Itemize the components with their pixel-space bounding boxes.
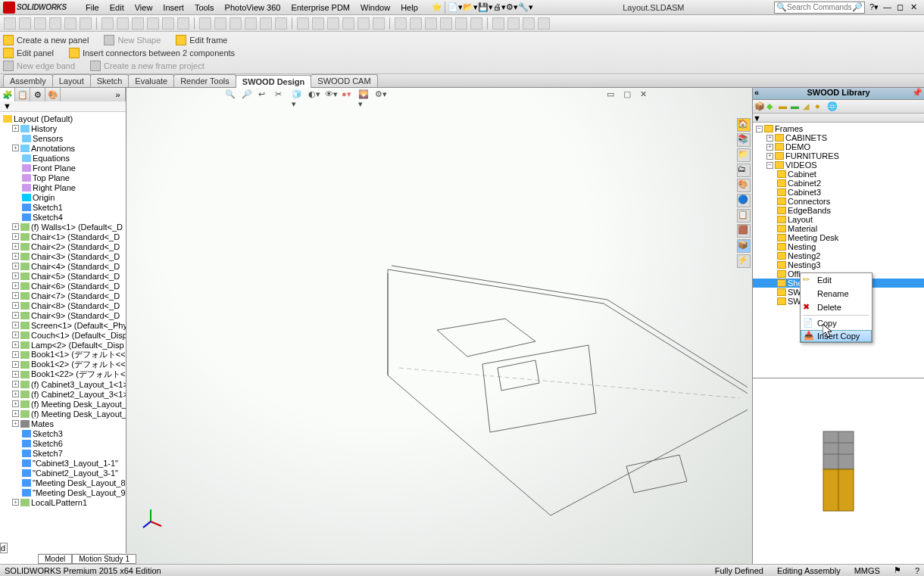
lib-item[interactable]: Connectors: [753, 197, 924, 206]
expand-icon[interactable]: +: [766, 144, 773, 151]
tab-swood-design[interactable]: SWOOD Design: [236, 75, 312, 88]
toolbar-icon-10[interactable]: [162, 17, 174, 30]
help-glyph-icon[interactable]: ⭐: [432, 2, 442, 12]
tree-item[interactable]: "Cabinet3_Layout_1-1": [0, 458, 126, 468]
tree-item[interactable]: + Chair<4> (Standard<_D: [0, 261, 126, 271]
toolbar-icon-2[interactable]: [34, 17, 46, 30]
tab-swood-cam[interactable]: SWOOD CAM: [311, 74, 377, 87]
swood-lib-icon[interactable]: 📦: [737, 239, 751, 253]
tree-item[interactable]: + Chair<7> (Standard<_D: [0, 291, 126, 300]
tree-item[interactable]: + (f) Cabinet2_Layout_3<1> (Default: [0, 389, 126, 399]
swood-panel-icon[interactable]: 🟫: [737, 224, 751, 238]
toolbar-icon-20[interactable]: [327, 17, 339, 30]
rebuild-icon[interactable]: 🔧▾: [518, 2, 533, 12]
lib-item[interactable]: Nesting2: [753, 251, 924, 260]
menu-window[interactable]: Window: [356, 2, 395, 14]
cmd-edit-frame[interactable]: Edit frame: [176, 35, 227, 45]
view-palette-icon[interactable]: 🎨: [737, 179, 751, 192]
menu-enterprise-pdm[interactable]: Enterprise PDM: [286, 2, 354, 14]
toolbar-icon-22[interactable]: [357, 17, 370, 30]
toolbar-icon-8[interactable]: [132, 17, 144, 30]
toolbar-icon-29[interactable]: [470, 17, 482, 30]
toolbar-icon-17[interactable]: [275, 17, 287, 30]
expand-icon[interactable]: +: [12, 400, 19, 407]
menu-edit[interactable]: ✏ Edit: [801, 273, 872, 287]
lib-item[interactable]: + DEMO: [753, 142, 924, 151]
menu-insert-copy[interactable]: 📥 Insert Copy: [801, 330, 872, 342]
tree-item[interactable]: + (f) Meeting Desk_Layout_9<1> (De: [0, 409, 126, 419]
custom-props-icon[interactable]: 📋: [737, 209, 751, 223]
swood-cam-icon[interactable]: ⚡: [737, 254, 751, 268]
expand-icon[interactable]: +: [12, 243, 19, 250]
home-icon[interactable]: 🏠: [737, 118, 751, 132]
lib-panel-icon[interactable]: ◆: [766, 101, 777, 112]
toolbar-icon-28[interactable]: [455, 17, 467, 30]
tree-item[interactable]: "Cabinet2_Layout_3-1": [0, 468, 126, 478]
tree-item[interactable]: Equations: [0, 153, 126, 163]
expand-icon[interactable]: +: [12, 263, 19, 269]
toolbar-icon-31[interactable]: [507, 17, 520, 30]
expand-icon[interactable]: +: [12, 312, 19, 319]
tree-item[interactable]: Sensors: [0, 133, 126, 143]
tree-item[interactable]: + (f) Walls<1> (Default<_D: [0, 222, 126, 232]
menu-edit[interactable]: Edit: [105, 2, 129, 14]
search-input[interactable]: [787, 3, 852, 11]
toolbar-icon-3[interactable]: [49, 17, 61, 30]
cmd-edit-panel[interactable]: Edit panel: [3, 48, 54, 58]
design-lib-icon[interactable]: 📁: [737, 148, 751, 162]
lib-item[interactable]: Cabinet: [753, 170, 924, 179]
toolbar-icon-19[interactable]: [312, 17, 324, 30]
fm-tab-tree[interactable]: 🧩: [0, 88, 15, 101]
menu-tools[interactable]: Tools: [190, 2, 219, 14]
lib-item[interactable]: Layout: [753, 215, 924, 224]
toolbar-icon-15[interactable]: [245, 17, 257, 30]
toolbar-icon-4[interactable]: [64, 17, 76, 30]
file-explorer-icon[interactable]: 🗂: [737, 163, 751, 177]
new-doc-icon[interactable]: 📄▾: [448, 2, 463, 12]
tree-item[interactable]: + Chair<2> (Standard<_D: [0, 241, 126, 251]
maximize-icon[interactable]: ◻: [897, 2, 907, 13]
lib-frame-icon[interactable]: 📦: [754, 101, 765, 112]
lib-item[interactable]: Material: [753, 224, 924, 233]
toolbar-icon-23[interactable]: [373, 17, 385, 30]
tab-layout[interactable]: Layout: [52, 74, 91, 87]
help-icon[interactable]: ?▾: [869, 2, 880, 13]
expand-icon[interactable]: +: [12, 282, 19, 289]
expand-icon[interactable]: +: [12, 292, 19, 299]
toolbar-icon-18[interactable]: [297, 17, 309, 30]
lib-prof-icon[interactable]: ◢: [803, 101, 813, 112]
lib-item[interactable]: + CABINETS: [753, 133, 924, 142]
tree-item[interactable]: Sketch1: [0, 202, 126, 212]
expand-icon[interactable]: +: [12, 410, 19, 417]
lib-item[interactable]: Nesting3: [753, 260, 924, 269]
toolbar-icon-6[interactable]: [101, 17, 114, 30]
lib-edge-icon[interactable]: ▬: [791, 101, 801, 112]
tree-item[interactable]: "Meeting Desk_Layout_8-1": [0, 478, 126, 487]
toolbar-icon-11[interactable]: [177, 17, 189, 30]
expand-icon[interactable]: +: [12, 381, 19, 388]
expand-icon[interactable]: +: [12, 272, 19, 279]
resources-icon[interactable]: 📚: [737, 133, 751, 147]
tree-item[interactable]: Sketch4: [0, 212, 126, 222]
tree-item[interactable]: + Annotations: [0, 143, 126, 153]
menu-view[interactable]: View: [130, 2, 158, 14]
toolbar-icon-1[interactable]: [19, 17, 31, 30]
status-flag-icon[interactable]: ⚑: [894, 565, 901, 575]
toolbar-icon-12[interactable]: [199, 17, 211, 30]
toolbar-icon-9[interactable]: [147, 17, 159, 30]
expand-icon[interactable]: +: [12, 125, 19, 132]
lib-globe-icon[interactable]: 🌐: [827, 101, 838, 112]
fm-tab-display[interactable]: 🎨: [45, 88, 61, 101]
expand-icon[interactable]: +: [12, 302, 19, 309]
tree-item[interactable]: Sketch7: [0, 448, 126, 458]
toolbar-icon-25[interactable]: [410, 17, 422, 30]
menu-help[interactable]: Help: [396, 2, 423, 14]
tree-item[interactable]: + History: [0, 123, 126, 133]
fm-collapse-icon[interactable]: »: [111, 88, 126, 101]
tab-sketch[interactable]: Sketch: [90, 74, 130, 87]
expand-icon[interactable]: +: [12, 322, 19, 328]
tree-item[interactable]: + Mates: [0, 419, 126, 428]
lib-item[interactable]: Cabinet3: [753, 188, 924, 197]
menu-photoview-360[interactable]: PhotoView 360: [220, 2, 286, 14]
bottom-tab-model[interactable]: Model: [38, 554, 72, 564]
